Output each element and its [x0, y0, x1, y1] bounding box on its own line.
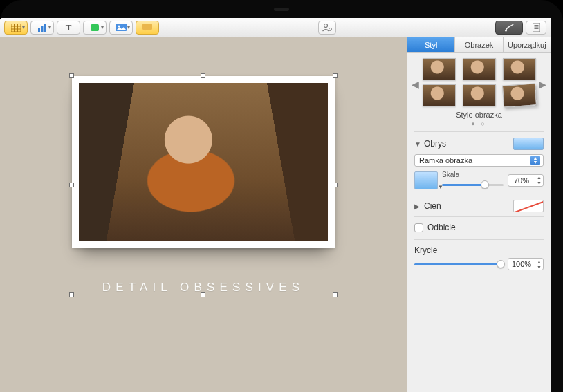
border-type-value: Ramka obrazka: [419, 156, 472, 165]
svg-rect-8: [116, 24, 127, 31]
scale-slider[interactable]: [442, 180, 504, 189]
reflection-label: Odbicie: [427, 223, 456, 232]
inspector-tabs: Styl Obrazek Uporządkuj: [407, 37, 551, 53]
toolbar-shape-button[interactable]: ▾: [83, 21, 107, 35]
disclosure-triangle-icon: ▶: [414, 203, 421, 210]
disclosure-triangle-icon: ▼: [414, 140, 421, 148]
popup-arrows-icon: ▲▼: [530, 156, 540, 165]
toolbar-format-button[interactable]: [495, 21, 523, 35]
resize-handle-ne[interactable]: [333, 73, 338, 78]
laptop-frame: ▾ ▾ T ▾ ▾: [0, 0, 563, 392]
svg-rect-6: [41, 26, 44, 32]
svg-point-11: [324, 24, 328, 28]
toolbar-table-button[interactable]: ▾: [4, 21, 28, 35]
resize-handle-w[interactable]: [69, 183, 74, 187]
tab-image[interactable]: Obrazek: [455, 37, 503, 52]
photo-content: [79, 83, 328, 241]
style-preset[interactable]: [423, 58, 456, 80]
reflection-row: Odbicie: [414, 216, 544, 238]
scale-stepper[interactable]: 70% ▲▼: [508, 174, 544, 187]
frame-style-swatch[interactable]: [414, 171, 438, 189]
shape-icon: [91, 24, 99, 31]
resize-handle-sw[interactable]: [69, 292, 74, 297]
presets-prev-button[interactable]: ◀: [412, 79, 419, 90]
chevron-down-icon: ▾: [48, 24, 51, 30]
toolbar-comment-button[interactable]: [136, 21, 159, 35]
svg-rect-0: [11, 24, 21, 32]
toolbar-chart-button[interactable]: ▾: [30, 21, 54, 35]
image-frame: [72, 76, 335, 248]
border-scale-row: Skala 70% ▲▼: [414, 171, 544, 189]
reflection-checkbox[interactable]: [414, 223, 423, 232]
image-style-presets: ◀ ▶ Style obrazka ● ○: [414, 58, 544, 127]
selected-image[interactable]: DETAIL OBSESSIVES: [72, 76, 335, 295]
text-icon: T: [66, 22, 72, 33]
svg-rect-7: [44, 24, 46, 32]
stepper-up-icon[interactable]: ▲: [535, 259, 543, 264]
tab-arrange[interactable]: Uporządkuj: [504, 37, 551, 52]
chevron-down-icon: ▾: [127, 24, 130, 30]
toolbar-media-button[interactable]: ▾: [109, 21, 133, 35]
image-styles-title: Style obrazka: [423, 111, 535, 119]
resize-handle-n[interactable]: [201, 73, 205, 78]
svg-rect-5: [38, 28, 40, 32]
style-preset[interactable]: [463, 58, 496, 80]
brush-icon: [504, 23, 515, 32]
toolbar-document-button[interactable]: [526, 21, 546, 35]
opacity-title: Krycie: [414, 245, 544, 255]
slide-canvas[interactable]: DETAIL OBSESSIVES: [0, 37, 407, 392]
border-preview[interactable]: [513, 138, 544, 150]
border-title: Obrys: [424, 139, 446, 149]
shadow-title: Cień: [424, 201, 441, 211]
opacity-value: 100%: [508, 260, 535, 268]
opacity-stepper[interactable]: 100% ▲▼: [508, 258, 544, 270]
svg-point-12: [329, 28, 332, 31]
presets-page-dots[interactable]: ● ○: [423, 120, 535, 127]
stepper-down-icon[interactable]: ▼: [535, 180, 543, 186]
image-icon: [116, 24, 127, 31]
resize-handle-se[interactable]: [333, 292, 338, 297]
border-section: ▼ Obrys Ramka obrazka ▲▼ Skala: [414, 131, 544, 189]
svg-point-13: [504, 29, 506, 31]
opacity-slider[interactable]: [414, 259, 504, 269]
chevron-down-icon: ▾: [22, 24, 25, 30]
resize-handle-e[interactable]: [333, 183, 338, 187]
border-type-popup[interactable]: Ramka obrazka ▲▼: [414, 154, 544, 167]
toolbar: ▾ ▾ T ▾ ▾: [0, 18, 551, 37]
resize-handle-s[interactable]: [201, 292, 205, 297]
camera-notch: [274, 8, 289, 11]
stepper-up-icon[interactable]: ▲: [535, 175, 543, 180]
person-gear-icon: [322, 23, 333, 32]
svg-point-9: [118, 26, 120, 28]
svg-rect-10: [142, 24, 152, 30]
presets-next-button[interactable]: ▶: [539, 79, 546, 90]
app-window: ▾ ▾ T ▾ ▾: [0, 18, 551, 392]
toolbar-text-button[interactable]: T: [57, 21, 80, 35]
tab-style[interactable]: Styl: [407, 37, 455, 52]
opacity-section: Krycie 100% ▲▼: [414, 239, 544, 270]
window-body: DETAIL OBSESSIVES Styl Obrazek Uporządku…: [0, 37, 551, 392]
shadow-section: ▶ Cień: [414, 194, 544, 212]
scale-label: Skala: [442, 171, 504, 178]
border-header[interactable]: ▼ Obrys: [414, 138, 544, 150]
comment-icon: [142, 24, 152, 31]
style-preset[interactable]: [502, 83, 537, 107]
table-icon: [11, 24, 21, 32]
style-preset[interactable]: [463, 84, 496, 106]
shadow-none-preview[interactable]: [513, 200, 544, 212]
resize-handle-nw[interactable]: [69, 73, 74, 78]
stepper-down-icon[interactable]: ▼: [535, 264, 543, 270]
format-inspector: Styl Obrazek Uporządkuj ◀ ▶: [407, 37, 551, 392]
chevron-down-icon: ▾: [101, 24, 104, 30]
chart-icon: [37, 24, 47, 32]
style-preset[interactable]: [423, 84, 456, 106]
document-icon: [533, 23, 540, 32]
shadow-header[interactable]: ▶ Cień: [414, 200, 544, 212]
style-preset[interactable]: [503, 58, 536, 80]
inspector-body: ◀ ▶ Style obrazka ● ○: [407, 53, 551, 392]
scale-value: 70%: [508, 176, 535, 185]
toolbar-collaborate-button[interactable]: [318, 21, 336, 35]
